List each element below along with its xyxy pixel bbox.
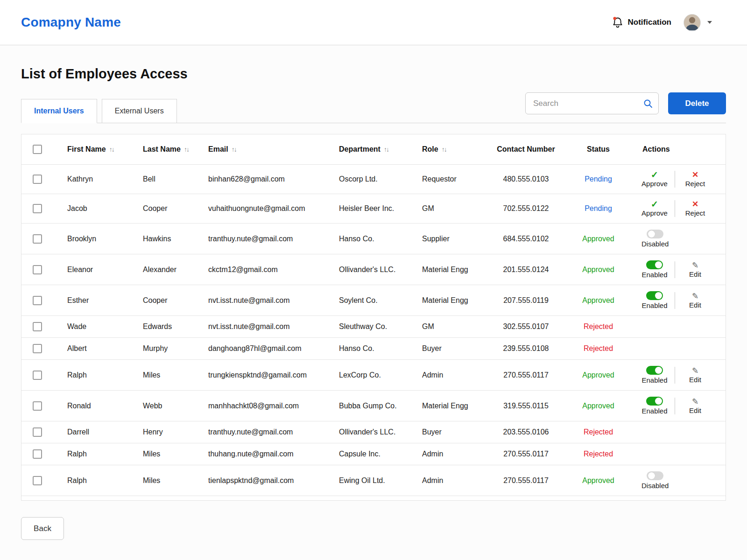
table-row: AlbertMurphydanghoang87hl@gmail.comHanso…: [21, 338, 726, 360]
email-cell: vuhaithuongnute@gmail.com: [194, 194, 325, 224]
approve-action[interactable]: ✓Approve: [641, 171, 668, 188]
notification-button[interactable]: Notification: [612, 16, 672, 29]
contact-cell: 201.555.0124: [484, 496, 568, 501]
first-name-cell: Ralph: [53, 443, 129, 465]
column-header-department[interactable]: Department↑↓: [325, 134, 408, 165]
toggle-off-icon: [647, 230, 663, 238]
toggle-off-icon: [647, 471, 663, 480]
row-checkbox[interactable]: [33, 344, 42, 353]
row-checkbox[interactable]: [33, 265, 42, 274]
search-input[interactable]: [532, 98, 643, 109]
department-cell: Hanso Co.: [325, 338, 408, 360]
first-name-cell: Darrell: [53, 421, 129, 443]
department-cell: Ollivander's LLC.: [325, 421, 408, 443]
contact-cell: 239.555.0108: [484, 338, 568, 360]
last-name-cell: Murphy: [129, 338, 194, 360]
column-header-last-name[interactable]: Last Name↑↓: [129, 134, 194, 165]
toggle-on-icon: [646, 366, 663, 375]
status-badge: Rejected: [568, 421, 628, 443]
row-checkbox[interactable]: [33, 476, 42, 485]
last-name-cell: Cooper: [129, 194, 194, 224]
edit-label: Edit: [689, 376, 701, 384]
edit-action[interactable]: ✎Edit: [682, 261, 708, 278]
row-checkbox[interactable]: [33, 175, 42, 184]
email-cell: manhhachkt08@gmail.com: [194, 391, 325, 421]
last-name-cell: Alexander: [129, 254, 194, 285]
department-cell: Ewing Oil Ltd.: [325, 465, 408, 496]
sort-icon[interactable]: ↑↓: [384, 146, 388, 153]
row-checkbox[interactable]: [33, 204, 42, 213]
column-label: Department: [339, 145, 381, 153]
column-label: First Name: [67, 145, 106, 153]
email-cell: thuhang.nute@gmail.com: [194, 443, 325, 465]
column-label: Status: [587, 145, 610, 153]
table-row: BrooklynHawkinstranthuy.nute@gmail.comHa…: [21, 224, 726, 254]
row-checkbox[interactable]: [33, 401, 42, 411]
row-checkbox[interactable]: [33, 296, 42, 305]
role-cell: Material Engg: [408, 391, 484, 421]
sort-icon[interactable]: ↑↓: [109, 146, 114, 153]
row-checkbox[interactable]: [33, 234, 42, 244]
role-cell: GM: [408, 194, 484, 224]
row-checkbox[interactable]: [33, 371, 42, 380]
disable-toggle[interactable]: Disabled: [641, 471, 669, 490]
pencil-icon: ✎: [692, 292, 698, 301]
sort-icon[interactable]: ↑↓: [232, 146, 236, 153]
delete-button[interactable]: Delete: [668, 92, 726, 114]
reject-action[interactable]: ✕Reject: [682, 200, 708, 217]
sort-icon[interactable]: ↑↓: [184, 146, 189, 153]
actions-cell: Enabled✎Edit: [628, 285, 726, 316]
email-cell: tienlapspktnd@gmail.com: [194, 465, 325, 496]
department-cell: Ollivander's LLC.: [325, 254, 408, 285]
row-checkbox-cell: [21, 421, 53, 443]
edit-action[interactable]: ✎Edit: [682, 367, 708, 384]
edit-action[interactable]: ✎Edit: [682, 292, 708, 309]
back-button[interactable]: Back: [21, 517, 64, 540]
status-badge: Pending: [568, 165, 628, 194]
contact-cell: 207.555.0119: [484, 285, 568, 316]
pencil-icon: ✎: [692, 261, 698, 270]
reject-action[interactable]: ✕Reject: [682, 171, 708, 188]
edit-label: Edit: [689, 270, 701, 278]
row-checkbox-cell: [21, 254, 53, 285]
row-checkbox[interactable]: [33, 449, 42, 459]
contact-cell: 270.555.0117: [484, 465, 568, 496]
employees-table-card: First Name↑↓Last Name↑↓Email↑↓Department…: [21, 134, 726, 501]
chevron-down-icon[interactable]: [707, 21, 712, 24]
last-name-cell: Alexander: [129, 496, 194, 501]
sort-icon[interactable]: ↑↓: [442, 146, 446, 153]
row-checkbox-cell: [21, 194, 53, 224]
first-name-cell: Ralph: [53, 360, 129, 391]
select-all-checkbox[interactable]: [33, 145, 42, 154]
column-header-first-name[interactable]: First Name↑↓: [53, 134, 129, 165]
contact-cell: 702.555.0122: [484, 194, 568, 224]
action-divider: [675, 367, 675, 384]
search-icon[interactable]: [643, 99, 653, 108]
disable-toggle[interactable]: Disabled: [641, 230, 669, 248]
department-cell: Ollivander's LLC.: [325, 496, 408, 501]
approve-action[interactable]: ✓Approve: [641, 200, 668, 217]
edit-action[interactable]: ✎Edit: [682, 398, 708, 414]
email-cell: binhan628@gmail.com: [194, 165, 325, 194]
actions-cell: ✓Approve✕Reject: [628, 194, 726, 224]
row-checkbox[interactable]: [33, 322, 42, 331]
email-cell: tranthuy.nute@gmail.com: [194, 421, 325, 443]
tabs: Internal UsersExternal Users: [21, 99, 177, 123]
first-name-cell: Brooklyn: [53, 224, 129, 254]
column-header-email[interactable]: Email↑↓: [194, 134, 325, 165]
row-checkbox[interactable]: [33, 427, 42, 437]
tab-internal-users[interactable]: Internal Users: [21, 99, 97, 123]
row-checkbox-cell: [21, 360, 53, 391]
enable-toggle[interactable]: Enabled: [641, 397, 668, 415]
enable-toggle[interactable]: Enabled: [641, 260, 668, 279]
enable-toggle[interactable]: Enabled: [641, 366, 668, 384]
column-header-role[interactable]: Role↑↓: [408, 134, 484, 165]
actions-cell: Enabled✎Edit: [628, 391, 726, 421]
department-cell: Bubba Gump Co.: [325, 391, 408, 421]
status-badge: Approved: [568, 285, 628, 316]
first-name-cell: Ronald: [53, 391, 129, 421]
enable-toggle[interactable]: Enabled: [641, 291, 668, 309]
user-avatar[interactable]: [684, 14, 701, 31]
tab-external-users[interactable]: External Users: [102, 99, 177, 123]
action-divider: [675, 200, 675, 217]
